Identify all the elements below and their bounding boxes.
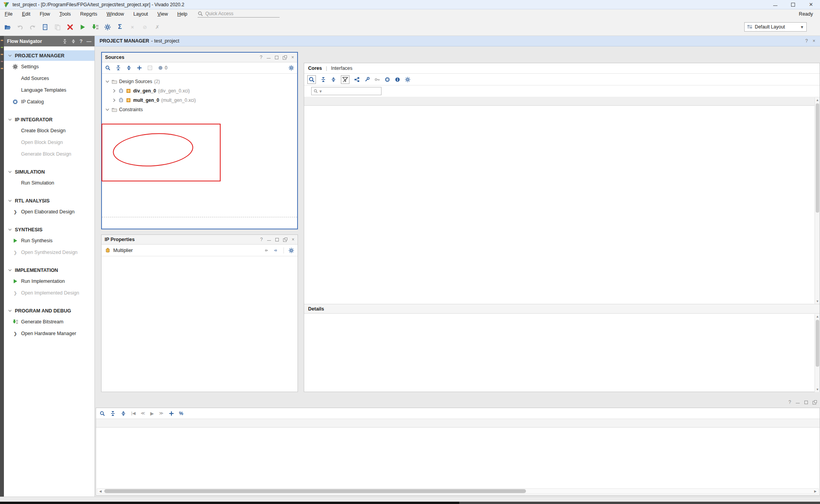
scroll-left-arrow[interactable]: ◀ <box>97 490 103 493</box>
menu-item-window[interactable]: Window <box>102 10 128 18</box>
catalog-vertical-scrollbar[interactable]: ▲ ▼ <box>815 98 820 304</box>
disabled-tool-button-1[interactable]: × <box>127 22 137 32</box>
window-maximize-button[interactable] <box>784 0 802 9</box>
menu-item-tools[interactable]: Tools <box>55 10 75 18</box>
sidebar-item-generate-block-design[interactable]: Generate Block Design <box>4 148 94 160</box>
horizontal-scrollbar[interactable]: ◀ ▶ <box>97 488 819 494</box>
window-minimize-button[interactable] <box>766 0 784 9</box>
skip-to-start-icon[interactable]: |◀ <box>131 411 135 416</box>
sidebar-item-ip-catalog[interactable]: IP Catalog <box>4 96 94 108</box>
expand-all-icon[interactable] <box>121 411 126 416</box>
help-icon[interactable]: ? <box>80 39 83 44</box>
menu-item-layout[interactable]: Layout <box>129 10 153 18</box>
redo-button[interactable] <box>27 22 37 32</box>
maximize-icon[interactable] <box>275 238 279 241</box>
fast-forward-icon[interactable]: ≫ <box>159 411 164 416</box>
expand-all-icon[interactable] <box>126 65 132 71</box>
sources-panel-title-bar[interactable]: Sources ? × <box>102 53 297 62</box>
sidebar-item-open-implemented-design[interactable]: ❯Open Implemented Design <box>4 287 94 299</box>
sidebar-item-run-implementation[interactable]: Run Implementation <box>4 275 94 287</box>
quick-access-search[interactable]: Quick Access <box>198 10 280 18</box>
disabled-tool-button-2[interactable]: ⊘ <box>140 22 150 32</box>
sidebar-item-run-synthesis[interactable]: Run Synthesis <box>4 235 94 247</box>
scroll-down-arrow[interactable]: ▼ <box>815 299 820 304</box>
gear-icon[interactable] <box>405 77 410 82</box>
gear-icon[interactable] <box>289 248 294 253</box>
menu-item-reports[interactable]: Reports <box>75 10 102 18</box>
report-sum-button[interactable]: Σ <box>115 22 125 32</box>
close-icon[interactable]: × <box>291 55 294 60</box>
scrollbar-thumb[interactable] <box>816 320 819 367</box>
collapse-all-icon[interactable] <box>116 65 121 71</box>
search-icon[interactable] <box>105 65 111 71</box>
create-run-icon[interactable] <box>169 411 174 416</box>
sidebar-section-program-and-debug[interactable]: PROGRAM AND DEBUG <box>4 305 94 316</box>
open-help-box-icon[interactable]: ? <box>147 65 153 71</box>
forward-arrow-icon[interactable] <box>273 248 279 253</box>
search-icon[interactable] <box>100 411 105 416</box>
sidebar-section-synthesis[interactable]: SYNTHESIS <box>4 224 94 235</box>
tree-item-mult-gen-0[interactable]: mult_gen_0(mult_gen_0.xci) <box>102 96 297 105</box>
scrollbar-thumb[interactable] <box>104 489 526 493</box>
sidebar-item-open-block-design[interactable]: Open Block Design <box>4 137 94 148</box>
help-icon[interactable]: ? <box>788 399 791 405</box>
filter-icon[interactable] <box>341 75 349 84</box>
sidebar-item-add-sources[interactable]: Add Sources <box>4 73 94 84</box>
minimize-icon[interactable]: — <box>87 39 92 44</box>
tree-item-div-gen-0[interactable]: div_gen_0(div_gen_0.xci) <box>102 86 297 96</box>
sidebar-item-language-templates[interactable]: Language Templates <box>4 84 94 96</box>
sidebar-section-project-manager[interactable]: PROJECT MANAGER <box>4 50 94 61</box>
step-back-icon[interactable]: ≪ <box>141 411 145 416</box>
info-icon[interactable] <box>395 77 400 82</box>
save-button[interactable] <box>40 22 50 32</box>
sidebar-section-implementation[interactable]: IMPLEMENTATION <box>4 265 94 275</box>
sidebar-item-open-hardware-manager[interactable]: ❯Open Hardware Manager <box>4 328 94 339</box>
delete-button[interactable] <box>65 22 75 32</box>
expand-all-icon[interactable] <box>331 77 336 82</box>
collapse-all-icon[interactable] <box>321 77 326 82</box>
collapse-all-icon[interactable] <box>110 411 116 416</box>
copy-button[interactable] <box>52 22 62 32</box>
gear-icon[interactable] <box>289 65 294 71</box>
sidebar-item-open-synthesized-design[interactable]: ❯Open Synthesized Design <box>4 247 94 258</box>
minimize-icon[interactable] <box>267 238 271 241</box>
expand-all-icon[interactable] <box>71 39 76 44</box>
close-icon[interactable]: × <box>292 237 294 242</box>
float-icon[interactable] <box>283 238 287 242</box>
menu-item-file[interactable]: File <box>0 10 17 18</box>
ip-hierarchy-icon[interactable] <box>354 77 360 82</box>
close-icon[interactable]: × <box>813 38 815 44</box>
menu-item-edit[interactable]: Edit <box>17 10 35 18</box>
help-icon[interactable]: ? <box>260 237 263 242</box>
float-icon[interactable] <box>283 55 287 60</box>
layout-selector[interactable]: Default Layout ▼ <box>744 22 807 32</box>
key-icon[interactable] <box>374 77 380 82</box>
scrollbar-thumb[interactable] <box>816 103 819 213</box>
add-sources-icon[interactable] <box>137 65 142 71</box>
sidebar-item-create-block-design[interactable]: Create Block Design <box>4 125 94 137</box>
window-close-button[interactable]: ✕ <box>802 0 820 9</box>
play-icon[interactable]: ▶ <box>150 411 154 416</box>
search-icon[interactable] <box>307 75 316 84</box>
run-button[interactable] <box>77 22 87 32</box>
scroll-right-arrow[interactable]: ▶ <box>812 490 818 493</box>
open-project-button[interactable] <box>2 22 12 32</box>
search-input[interactable]: ▾ <box>311 87 381 95</box>
back-arrow-icon[interactable] <box>263 248 269 253</box>
sidebar-item-run-simulation[interactable]: Run Simulation <box>4 177 94 189</box>
wrench-icon[interactable] <box>364 77 370 82</box>
menu-item-flow[interactable]: Flow <box>35 10 55 18</box>
scroll-down-arrow[interactable]: ▼ <box>815 387 820 392</box>
percent-icon[interactable]: % <box>179 411 184 416</box>
details-vertical-scrollbar[interactable]: ▲ ▼ <box>815 314 820 392</box>
sidebar-item-open-elaborated-design[interactable]: ❯Open Elaborated Design <box>4 206 94 218</box>
menu-item-help[interactable]: Help <box>173 10 192 18</box>
help-icon[interactable]: ? <box>805 38 808 44</box>
sidebar-section-simulation[interactable]: SIMULATION <box>4 167 94 177</box>
chip-icon[interactable] <box>385 77 390 82</box>
sidebar-item-generate-bitstream[interactable]: 0110Generate Bitstream <box>4 316 94 328</box>
sidebar-section-rtl-analysis[interactable]: RTL ANALYSIS <box>4 195 94 206</box>
tree-item-design-sources[interactable]: Design Sources(2) <box>102 77 297 86</box>
menu-item-view[interactable]: View <box>153 10 173 18</box>
maximize-icon[interactable] <box>804 401 808 404</box>
